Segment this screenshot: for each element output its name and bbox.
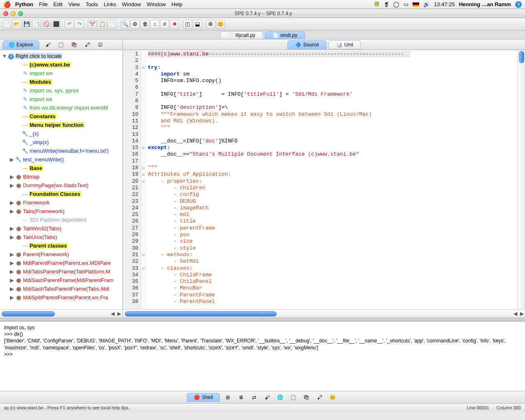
file-tab-smdi[interactable]: 📄smdi.py [265, 31, 305, 39]
clock[interactable]: 13:47:25 [434, 1, 455, 7]
sidebar-btn-2[interactable]: 📋 [57, 41, 66, 49]
editor-hscroll[interactable]: ◀▶ [123, 309, 525, 318]
cut-button[interactable]: ✂️ [88, 20, 97, 29]
print-button[interactable]: 🚫 [42, 20, 51, 29]
tool1-button[interactable]: ⚙ [131, 20, 140, 29]
sidebar-hscroll[interactable]: ◀▶ [0, 309, 122, 318]
python-shell[interactable]: import os, sys>>> dir()['Blender', 'Chil… [0, 321, 525, 391]
fold-column[interactable]: ⊟⊟⊟⊟⊟⊟⊟ [141, 50, 146, 309]
tree-item[interactable]: —Foundation Classes [0, 190, 122, 198]
tree-item[interactable]: ✎import os, sys, pprint [0, 86, 122, 95]
tree-item[interactable]: ▶◉TabWin32(Tabs) [0, 224, 122, 233]
copy-button[interactable]: 📋 [98, 20, 107, 29]
editor-tab-uml[interactable]: 📊 Uml [328, 40, 361, 49]
sidebar-btn-5[interactable]: ☑ [96, 41, 105, 49]
spotlight-icon[interactable]: ⚲ [515, 1, 522, 8]
run-button[interactable]: ⚙ [206, 20, 215, 29]
tree-item[interactable]: ▶◉Framework [0, 198, 122, 207]
open-button[interactable]: 📂 [12, 20, 21, 29]
tree-item[interactable]: ▶◉MdiTabsParentFrame(TabPlatform,M [0, 267, 122, 276]
tree-item[interactable]: —(c)www.stani.be [0, 60, 122, 69]
sidebar-btn-3[interactable]: 📚 [70, 41, 79, 49]
tree-item[interactable]: —SDI Platform dependent [0, 216, 122, 224]
tree-item[interactable]: ✎import wx [0, 95, 122, 103]
redo-button[interactable]: ↷ [75, 20, 84, 29]
tree-item[interactable]: ▶🔧test_menuWrite() [0, 155, 122, 164]
tool2-button[interactable]: 🗑 [140, 20, 149, 29]
tree-item[interactable]: ▶◉MdiParentFrame(Parent,wx.MDIPare [0, 259, 122, 267]
tree-item[interactable]: ✎from wx.lib.evtmgr import eventM [0, 103, 122, 112]
bottom-icon-9[interactable]: 😊 [328, 393, 338, 402]
tree-item[interactable]: ✎import sm [0, 69, 122, 78]
menu-tools[interactable]: Tools [85, 1, 98, 7]
editor-tab-source[interactable]: 🔷 Source [287, 40, 327, 49]
volume-icon[interactable]: 🔊 [423, 1, 430, 7]
tree-item[interactable]: ▶◉TabUnix(Tabs) [0, 233, 122, 241]
tree[interactable]: ▼ i Right click to locate —(c)www.stani.… [0, 50, 122, 309]
bottom-icon-7[interactable]: 📚 [301, 393, 312, 402]
menubar-app[interactable]: Python [15, 1, 33, 7]
tree-item[interactable]: —Modules [0, 78, 122, 86]
bottom-icon-6[interactable]: 📋 [288, 393, 299, 402]
new-file-button[interactable]: 📄 [2, 20, 11, 29]
battery-icon[interactable]: ◯ [393, 1, 399, 7]
menu-links[interactable]: Links [104, 1, 116, 7]
tree-item[interactable]: —Menu helper function [0, 121, 122, 129]
zoom-button[interactable] [18, 11, 23, 16]
tree-item[interactable]: —Constants [0, 112, 122, 121]
save-button[interactable]: 💾 [22, 20, 31, 29]
save-all-button[interactable]: 📑 [32, 20, 41, 29]
code-content[interactable]: ####(c)www.stani.be---------------------… [146, 50, 518, 309]
apple-icon[interactable]: 🍎 [3, 1, 11, 8]
bottom-icon-8[interactable]: 🖍 [314, 393, 325, 402]
tree-item[interactable]: ▶◉Parent(Framework) [0, 250, 122, 259]
split-h-button[interactable]: ◫ [183, 20, 192, 29]
tree-item[interactable]: 🔧_(x) [0, 129, 122, 138]
menu-window[interactable]: Window [122, 1, 141, 7]
script-icon[interactable]: ❡ [384, 1, 389, 8]
display-icon[interactable]: ▭ [403, 1, 408, 7]
find-button[interactable]: 🔍 [121, 20, 130, 29]
user-name[interactable]: Henning …an Ramm [459, 1, 511, 7]
sidebar-btn-4[interactable]: 🖍 [83, 41, 92, 49]
bottom-icon-1[interactable]: ⊞ [222, 393, 233, 402]
menu-view[interactable]: View [68, 1, 80, 7]
bottom-icon-2[interactable]: 🖥 [236, 393, 246, 402]
tree-item[interactable]: 🔧_strip(x) [0, 138, 122, 147]
menu-help[interactable]: Help [172, 1, 183, 7]
undo-button[interactable]: ↶ [65, 20, 74, 29]
tool3-button[interactable]: ↕ [150, 20, 159, 29]
tree-item[interactable]: ▶◉Tabs(Framework) [0, 207, 122, 216]
splitter[interactable]: ⋯ [0, 318, 525, 321]
bottom-tab-shell[interactable]: 🔴 Shell [187, 393, 220, 402]
bottom-icon-4[interactable]: 🖌 [262, 393, 273, 402]
tree-item[interactable]: ▶◉Bitmap [0, 172, 122, 181]
tree-item[interactable]: ▶◉MdiSashTabsParentFrame(Tabs,Mdi [0, 285, 122, 293]
sidebar-tab-explore[interactable]: 🌐 Explore [2, 40, 39, 49]
flag-icon[interactable] [413, 1, 419, 7]
tree-item[interactable]: ▶◉MdiSashParentFrame(MdiParentFram [0, 276, 122, 285]
editor-vscroll[interactable] [518, 50, 525, 309]
paste-button[interactable]: 📄 [108, 20, 117, 29]
sidebar-btn-1[interactable]: 🖌 [44, 41, 53, 49]
menu-window[interactable]: Window [147, 1, 165, 7]
bottom-icon-5[interactable]: 🌐 [275, 393, 286, 402]
code-editor[interactable]: 1234567891011121314151617181920212223242… [123, 50, 525, 309]
close-tab-button[interactable]: ⬛ [52, 20, 61, 29]
tree-item[interactable]: —Parent classes [0, 241, 122, 250]
tree-item[interactable]: —Base [0, 164, 122, 172]
help-button[interactable]: 😊 [216, 20, 225, 29]
hash-button[interactable]: # [160, 20, 169, 29]
minimize-button[interactable] [11, 11, 16, 16]
bottom-icon-3[interactable]: ⇄ [249, 393, 259, 402]
menu-file[interactable]: File [39, 1, 48, 7]
tree-item[interactable]: 🔧menuWrite(menuBar,f='menu.txt') [0, 147, 122, 155]
split-v-button[interactable]: ⬓ [193, 20, 202, 29]
tree-root[interactable]: ▼ i Right click to locate [0, 52, 122, 60]
file-tab-lilycall[interactable]: 📄lilycall.py [220, 31, 263, 39]
close-button[interactable] [3, 11, 8, 16]
tool4-button[interactable]: ✖ [170, 20, 179, 29]
menu-edit[interactable]: Edit [53, 1, 62, 7]
tree-item[interactable]: ▶◉MdiSplitParentFrame(Parent,wx.Fra [0, 293, 122, 302]
leaf-icon[interactable]: 🍀 [374, 1, 380, 7]
